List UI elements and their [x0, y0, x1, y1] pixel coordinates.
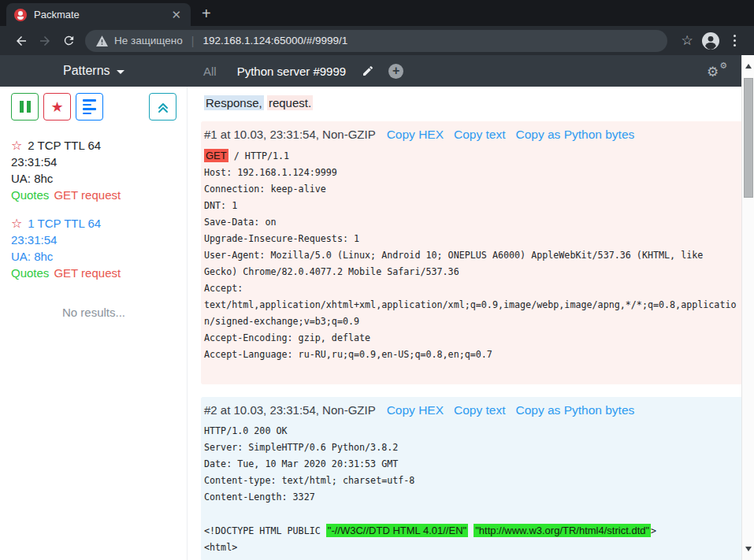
- legend-response: Response,: [204, 95, 264, 110]
- highlight-green: "-//W3C//DTD HTML 4.01//EN": [326, 524, 468, 537]
- stream-list: ☆2 TCP TTL 6423:31:54UA: 8hcQuotesGET re…: [11, 137, 176, 281]
- pause-button[interactable]: [11, 93, 39, 121]
- packet-id: #2 at 10.03, 23:31:54, Non-GZIP: [204, 403, 376, 417]
- tab-title: Packmate: [34, 9, 169, 20]
- align-left-icon: [83, 99, 96, 114]
- no-results-label: No results...: [11, 306, 176, 319]
- packet-line: Server: SimpleHTTP/0.6 Python/3.8.2: [204, 439, 737, 456]
- stream-time: 23:31:54: [11, 154, 176, 170]
- packet-id: #1 at 10.03, 23:31:54, Non-GZIP: [204, 128, 376, 141]
- add-service-button[interactable]: +: [388, 64, 403, 79]
- filter-list-button[interactable]: [76, 93, 103, 121]
- profile-icon[interactable]: [699, 29, 722, 53]
- copy-action[interactable]: Copy as Python bytes: [516, 128, 635, 142]
- packet-line: Accept: text/html,application/xhtml+xml,…: [204, 280, 737, 330]
- stream-item[interactable]: ☆1 TCP TTL 6423:31:54UA: 8hcQuotesGET re…: [11, 215, 176, 281]
- packet-line: Date: Tue, 10 Mar 2020 20:31:53 GMT: [204, 456, 737, 473]
- legend: Response, request.: [204, 96, 744, 109]
- scroll-up-arrow-icon[interactable]: [742, 58, 754, 74]
- sidebar: ★ ☆2 TCP TTL 6423:31:54UA: 8hcQuotesGET …: [0, 87, 188, 560]
- tab-service[interactable]: Python server #9999: [237, 65, 346, 78]
- bookmark-star-icon[interactable]: ☆: [675, 29, 699, 53]
- menu-kebab-icon[interactable]: [722, 29, 746, 53]
- settings-gears-icon[interactable]: ⚙⚙: [707, 62, 727, 80]
- packet-line: [204, 506, 737, 522]
- stream-tag: GET request: [54, 188, 121, 202]
- copy-action[interactable]: Copy text: [454, 403, 505, 417]
- collapse-button[interactable]: [149, 93, 176, 121]
- favorite-star-icon[interactable]: ☆: [11, 139, 22, 152]
- packet-line: Save-Data: on: [204, 214, 737, 231]
- address-bar[interactable]: Не защищено | 192.168.1.124:65000/#/9999…: [85, 30, 667, 52]
- caret-down-icon: [117, 70, 124, 74]
- packet-line: <html>: [204, 540, 737, 556]
- pause-icon: [20, 101, 31, 113]
- main-panel: Response, request. #1 at 10.03, 23:31:54…: [188, 87, 754, 560]
- url-text: 192.168.1.124:65000/#/9999/1: [202, 35, 347, 46]
- packet-body: GET / HTTP/1.1Host: 192.168.1.124:9999Co…: [204, 147, 737, 380]
- packet-panel-request: #1 at 10.03, 23:31:54, Non-GZIPCopy HEXC…: [201, 121, 744, 384]
- packet-line: HTTP/1.0 200 OK: [204, 423, 737, 439]
- stream-time: 23:31:54: [11, 232, 176, 248]
- scrollbar-thumb[interactable]: [744, 78, 753, 198]
- stream-ua: UA: 8hc: [11, 248, 176, 265]
- packet-line: Upgrade-Insecure-Requests: 1: [204, 231, 737, 247]
- patterns-dropdown[interactable]: Patterns: [63, 64, 124, 78]
- packet-list: #1 at 10.03, 23:31:54, Non-GZIPCopy HEXC…: [201, 121, 744, 560]
- favorite-star-icon[interactable]: ☆: [11, 217, 22, 230]
- patterns-label: Patterns: [63, 64, 110, 78]
- browser-toolbar: Не защищено | 192.168.1.124:65000/#/9999…: [0, 26, 754, 55]
- copy-action[interactable]: Copy HEX: [387, 128, 444, 142]
- browser-tab-strip: Packmate ✕ +: [0, 0, 754, 26]
- stream-tag: GET request: [54, 266, 121, 280]
- packmate-favicon-icon: [14, 9, 27, 21]
- stream-item[interactable]: ☆2 TCP TTL 6423:31:54UA: 8hcQuotesGET re…: [11, 137, 176, 203]
- warning-icon: [96, 35, 108, 46]
- packet-line: Accept-Language: ru-RU,ru;q=0.9,en-US;q=…: [204, 347, 737, 363]
- new-tab-button[interactable]: +: [202, 6, 211, 21]
- packet-line: DNT: 1: [204, 198, 737, 214]
- omnibox-separator: |: [191, 35, 195, 47]
- stream-tag: Quotes: [11, 188, 49, 202]
- chevron-double-up-icon: [157, 101, 169, 113]
- highlight-green: "http://www.w3.org/TR/html4/strict.dtd": [474, 524, 651, 537]
- tab-all[interactable]: All: [203, 65, 217, 78]
- copy-action[interactable]: Copy text: [454, 128, 505, 142]
- edit-pencil-icon[interactable]: [362, 65, 374, 77]
- security-label: Не защищено: [114, 35, 183, 46]
- scrollbar[interactable]: [741, 55, 754, 560]
- highlight-red: GET: [204, 149, 228, 162]
- stream-ua: UA: 8hc: [11, 170, 176, 187]
- back-icon[interactable]: [9, 29, 33, 53]
- packet-line: Accept-Encoding: gzip, deflate: [204, 330, 737, 347]
- packet-line: Content-type: text/html; charset=utf-8: [204, 473, 737, 489]
- stream-title: 1 TCP TTL 64: [28, 217, 101, 230]
- copy-action[interactable]: Copy HEX: [387, 403, 444, 417]
- app-header: Patterns All Python server #9999 + ⚙⚙: [0, 55, 741, 87]
- packet-line: User-Agent: Mozilla/5.0 (Linux; Android …: [204, 247, 737, 280]
- stream-tag: Quotes: [11, 266, 49, 280]
- packet-panel-response: #2 at 10.03, 23:31:54, Non-GZIPCopy HEXC…: [201, 397, 744, 560]
- packet-line: GET / HTTP/1.1: [204, 147, 737, 165]
- star-icon: ★: [50, 98, 63, 116]
- favorites-button[interactable]: ★: [43, 93, 71, 121]
- close-tab-icon[interactable]: ✕: [169, 9, 183, 20]
- forward-icon[interactable]: [33, 29, 57, 53]
- browser-tab[interactable]: Packmate ✕: [6, 3, 191, 26]
- scroll-down-arrow-icon[interactable]: [742, 541, 754, 557]
- packet-line: Content-Length: 3327: [204, 489, 737, 506]
- packet-line: Connection: keep-alive: [204, 181, 737, 198]
- packet-line: Host: 192.168.1.124:9999: [204, 165, 737, 181]
- copy-action[interactable]: Copy as Python bytes: [516, 403, 635, 417]
- stream-tags: QuotesGET request: [11, 265, 176, 281]
- packet-line: [204, 363, 737, 380]
- packet-body: HTTP/1.0 200 OKServer: SimpleHTTP/0.6 Py…: [204, 423, 737, 556]
- stream-title: 2 TCP TTL 64: [28, 139, 101, 152]
- stream-tags: QuotesGET request: [11, 187, 176, 203]
- packet-line: <!DOCTYPE HTML PUBLIC "-//W3C//DTD HTML …: [204, 522, 737, 540]
- reload-icon[interactable]: [57, 29, 80, 53]
- legend-request: request.: [267, 95, 313, 110]
